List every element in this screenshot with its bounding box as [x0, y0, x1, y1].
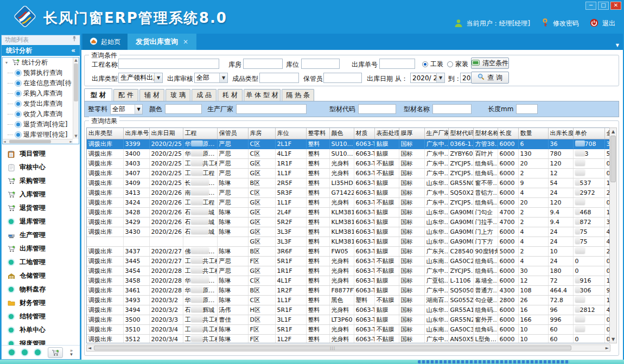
sidebar-item-1[interactable]: 审核中心	[2, 161, 80, 174]
tree-item-2[interactable]: 采购入库查询	[3, 88, 79, 99]
clear-conditions-button[interactable]: 清空条件	[471, 58, 509, 69]
sidebar-item-9[interactable]: 仓储管理	[2, 269, 80, 283]
collapse-icon[interactable]: «	[71, 45, 75, 56]
material-tab-0[interactable]: 型 材	[84, 88, 112, 101]
sidebar-item-5[interactable]: 退库管理	[2, 215, 80, 228]
table-row[interactable]: 调拨出库34372020/2/27佛…陈琳B区3R6F整料FW056063-T5…	[87, 246, 610, 256]
close-button[interactable]: ✕	[610, 2, 621, 10]
table-row[interactable]: 调拨出库34032020/2/25工共工程严思G区1R1F整料光身料6063-T…	[87, 158, 610, 168]
radio-gongzhuang[interactable]: 工装	[422, 60, 443, 69]
table-row[interactable]: 调拨出库34242020/2/26工工程严思G区1L1F整料光身料6063-T5…	[87, 197, 610, 207]
product-type-input[interactable]	[259, 73, 299, 83]
column-header-5[interactable]: 库房	[248, 128, 275, 139]
column-header-3[interactable]: 工程	[183, 128, 217, 139]
column-header-17[interactable]: 出库长度	[548, 128, 573, 139]
tab-home[interactable]: 起始页	[82, 34, 128, 50]
column-header-18[interactable]: 单价	[573, 128, 604, 139]
module-cart-button[interactable]	[48, 347, 63, 358]
outbound-type-select[interactable]: 生产领料出库▼	[118, 73, 163, 83]
keeper-input[interactable]	[323, 73, 362, 83]
tree-root[interactable]: ▾ 统计分析	[3, 58, 79, 68]
tree-item-4[interactable]: 收货入库查询	[3, 109, 79, 119]
column-header-4[interactable]: 保管员	[217, 128, 248, 139]
sidebar-item-14[interactable]: 报废管理	[2, 337, 80, 345]
logout-link[interactable]: 退出	[602, 19, 615, 28]
sidebar-item-0[interactable]: 项目管理	[2, 147, 80, 161]
column-header-10[interactable]: 表面处理	[374, 128, 399, 139]
tree-vertical-scrollbar[interactable]: ▲▼	[73, 58, 79, 139]
column-header-15[interactable]: 长度	[498, 128, 518, 139]
table-row[interactable]: 调拨出库34072020/2/25工工程严思G区1L1F整料光身料6063-T5…	[87, 168, 610, 178]
column-header-14[interactable]: 型材名称	[473, 128, 498, 139]
material-tab-6[interactable]: 单 体 型 材	[244, 89, 281, 101]
filter-field-2[interactable]	[236, 104, 307, 114]
sidebar-item-12[interactable]: 结转管理	[2, 310, 80, 323]
column-header-6[interactable]: 库位	[275, 128, 306, 139]
table-row[interactable]: 调拨出库35102020/3/4工共工程陈琳F区5R1F整料光身料6063-T5…	[87, 324, 610, 334]
column-header-16[interactable]: 数量	[518, 128, 548, 139]
outbound-audit-select[interactable]: 全部▼	[194, 73, 228, 83]
module-dot-icon[interactable]	[35, 349, 41, 355]
location-input[interactable]	[301, 59, 340, 69]
material-tab-3[interactable]: 玻 璃	[165, 89, 190, 101]
table-row[interactable]: 调拨出库34932020/3/2华原…陈琳C区1L1F整料黑色塑料不贴膜国标湖南…	[87, 295, 610, 305]
tree-item-0[interactable]: 预算执行查询	[3, 68, 79, 78]
module-dot-icon[interactable]	[22, 349, 28, 355]
table-row[interactable]: 调拨出库35002020/3/3工共工程曹佳D区3L1F整料LT3P606063…	[87, 315, 610, 324]
radio-jiazhuang[interactable]: 家装	[447, 60, 468, 69]
column-header-7[interactable]: 整零料	[306, 128, 329, 139]
material-tab-5[interactable]: 耗 材	[218, 89, 243, 101]
column-header-9[interactable]: 材质	[354, 128, 374, 139]
column-header-12[interactable]: 生产厂家	[424, 128, 448, 139]
table-row[interactable]: 调拨出库33992020/2/25华原…严思C区2L1F整料SU10…6063-…	[87, 139, 610, 149]
date-from-select[interactable]: 2020/ 2/16▼	[410, 73, 445, 83]
column-header-1[interactable]: 出库单号	[123, 128, 149, 139]
column-header-0[interactable]: 出库类型	[87, 128, 123, 139]
sidebar-item-11[interactable]: 财务管理	[2, 296, 80, 310]
material-tab-2[interactable]: 辅 材	[139, 89, 164, 101]
table-row[interactable]: 调拨出库34452020/2/27工共工程严思F区5R1F整料光身料6063-T…	[87, 256, 610, 266]
grid-vertical-scrollbar[interactable]: ▲▼	[609, 127, 617, 343]
sidebar-item-7[interactable]: 出库管理	[2, 242, 80, 256]
table-row[interactable]: 调拨出库34942020/3/2石辉城汤伟H区5R1F整料光身料6063-T5贴…	[87, 305, 610, 315]
table-row[interactable]: 调拨出库34542020/2/28工共工程严思G区1R1F整料光身料6063-T…	[87, 266, 610, 276]
tree-expander-icon[interactable]: ▾	[5, 60, 10, 65]
column-header-11[interactable]: 膜厚	[399, 128, 424, 139]
outbound-no-input[interactable]	[379, 59, 415, 69]
tree-item-5[interactable]: 退货查询[待定]	[3, 119, 79, 130]
more-modules-button[interactable]: »▾	[70, 349, 73, 356]
column-header-13[interactable]: 型材代码	[448, 128, 473, 139]
material-tab-1[interactable]: 配 件	[113, 89, 138, 101]
tab-close-icon[interactable]: ×	[183, 38, 188, 46]
search-button[interactable]: 查 询	[471, 72, 509, 84]
filter-field-0[interactable]: 全部▼	[110, 104, 143, 114]
filter-field-3[interactable]	[358, 104, 396, 114]
filter-field-4[interactable]	[432, 104, 472, 114]
table-row[interactable]: 调拨出库34582020/2/28华…陈琳C区4L1F整料光身料6063-T5贴…	[87, 276, 610, 285]
module-dot-icon[interactable]	[9, 349, 15, 355]
sidebar-item-4[interactable]: 退货管理	[2, 201, 80, 215]
tab-shipping-outbound-query[interactable]: 发货出库查询 ×	[128, 34, 196, 50]
table-row[interactable]: 调拨出库34002020/2/25华原…严思C区4L1F整料SU10…6063-…	[87, 149, 610, 158]
table-row[interactable]: 调拨出库35122020/3/4工共工程陈琳F区1L2F整料光身料6063-T5…	[87, 334, 610, 343]
column-header-2[interactable]: 出库日期	[149, 128, 183, 139]
sidebar-item-2[interactable]: 采购管理	[2, 174, 80, 188]
sidebar-item-6[interactable]: 生产管理	[2, 228, 80, 242]
minimize-button[interactable]: ─	[585, 2, 596, 10]
tree-horizontal-scrollbar[interactable]: ◄►	[3, 139, 73, 144]
material-tab-7[interactable]: 隔 热 条	[282, 89, 314, 101]
table-row[interactable]: 调拨出库34092020/2/25长…陈琳B区2R5F整料LI35HD6063-…	[87, 178, 610, 188]
tree-item-1[interactable]: 在途信息查询[待	[3, 78, 79, 88]
table-row[interactable]: G区3L3F整料KLM38176063-T5贴膜国标山东华…GA90M09.门下…	[87, 237, 610, 246]
maximize-button[interactable]: □	[598, 2, 609, 10]
table-row[interactable]: 调拨出库34132020/2/26南…严思C区5R3F整料G714226063-…	[87, 188, 610, 197]
warehouse-input[interactable]	[243, 59, 283, 69]
pin-icon[interactable]	[72, 35, 77, 45]
column-header-8[interactable]: 颜色	[329, 128, 354, 139]
tree-item-3[interactable]: 发货出库查询	[3, 99, 79, 109]
tab-list-dropdown-icon[interactable]: ▼	[616, 43, 619, 48]
change-password-link[interactable]: 修改密码	[553, 19, 579, 28]
grid-horizontal-scrollbar[interactable]: ◄|||►	[86, 344, 610, 352]
material-tab-4[interactable]: 成 品	[192, 89, 217, 101]
sidebar-item-8[interactable]: 工地管理	[2, 256, 80, 269]
